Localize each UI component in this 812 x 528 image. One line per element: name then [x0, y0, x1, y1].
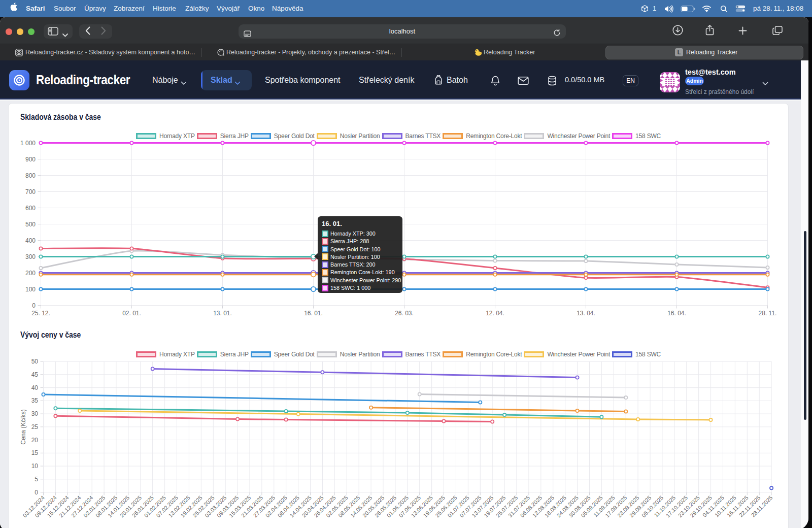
svg-text:45: 45: [31, 371, 39, 378]
svg-text:100: 100: [25, 286, 36, 293]
svg-text:1 000: 1 000: [20, 140, 36, 147]
svg-text:800: 800: [25, 172, 36, 179]
svg-text:20: 20: [31, 437, 39, 444]
svg-text:35: 35: [31, 397, 39, 404]
svg-text:700: 700: [25, 188, 36, 195]
svg-text:30: 30: [31, 410, 39, 417]
svg-text:500: 500: [25, 221, 36, 228]
svg-text:26. 03.: 26. 03.: [395, 310, 414, 317]
svg-text:40: 40: [31, 384, 39, 391]
svg-text:25. 12.: 25. 12.: [31, 310, 50, 317]
svg-text:25: 25: [31, 423, 39, 431]
svg-text:5: 5: [35, 476, 38, 483]
svg-text:10: 10: [31, 463, 39, 470]
svg-text:200: 200: [25, 270, 36, 277]
svg-text:13. 01.: 13. 01.: [213, 310, 232, 317]
svg-text:13. 04.: 13. 04.: [577, 310, 595, 317]
svg-text:0: 0: [35, 489, 38, 496]
svg-text:12. 04.: 12. 04.: [486, 310, 504, 317]
svg-text:900: 900: [25, 156, 36, 163]
svg-text:15: 15: [31, 449, 39, 456]
svg-text:50: 50: [31, 358, 39, 365]
svg-text:02. 01.: 02. 01.: [122, 310, 141, 317]
svg-text:0: 0: [32, 302, 36, 309]
svg-text:300: 300: [25, 253, 36, 260]
svg-text:Cena (Kč/ks): Cena (Kč/ks): [20, 409, 27, 444]
svg-text:16. 04.: 16. 04.: [667, 310, 686, 317]
svg-text:16. 01.: 16. 01.: [304, 310, 323, 317]
svg-text:600: 600: [25, 205, 36, 212]
svg-text:28. 11.: 28. 11.: [759, 310, 777, 317]
svg-text:400: 400: [25, 237, 36, 244]
